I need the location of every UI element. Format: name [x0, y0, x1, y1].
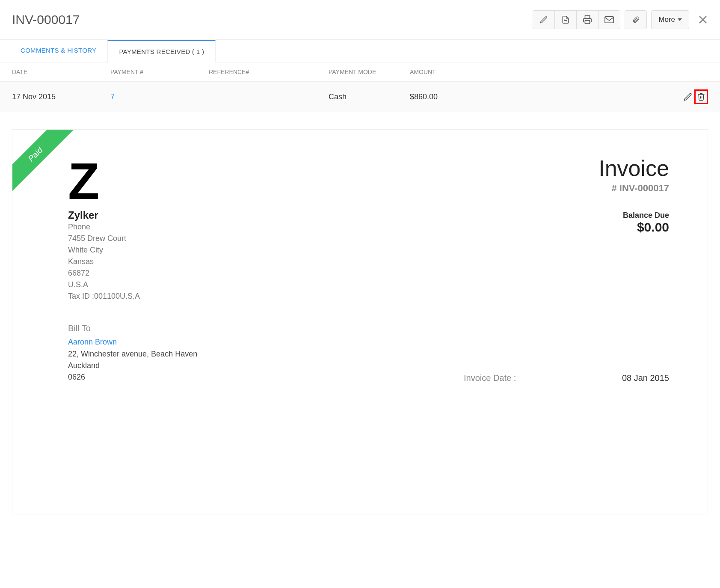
svg-rect-1 — [605, 17, 613, 23]
bill-to-zip: 0626 — [68, 371, 197, 383]
col-header-payment-no: PAYMENT # — [110, 68, 209, 75]
cell-payment-no[interactable]: 7 — [110, 92, 209, 101]
tabs: COMMENTS & HISTORY PAYMENTS RECEIVED ( 1… — [0, 40, 720, 62]
cell-date: 17 Nov 2015 — [12, 92, 110, 101]
caret-down-icon — [678, 18, 682, 21]
bill-to-addr1: 22, Winchester avenue, Beach Haven — [68, 348, 197, 360]
company-tax: Tax ID :001100U.S.A — [68, 291, 140, 302]
invoice-date-value: 08 Jan 2015 — [622, 373, 669, 383]
invoice-dates: Invoice Date : 08 Jan 2015 — [464, 369, 669, 383]
page-header: INV-000017 — [0, 0, 720, 40]
edit-payment-button[interactable] — [683, 92, 693, 101]
bill-to-name[interactable]: Aaronn Brown — [68, 338, 197, 347]
balance-due-label: Balance Due — [599, 211, 669, 220]
toolbar: More — [533, 10, 708, 29]
company-country: U.S.A — [68, 279, 140, 291]
tab-comments-history[interactable]: COMMENTS & HISTORY — [9, 40, 107, 62]
page-title: INV-000017 — [12, 12, 80, 27]
pencil-icon — [539, 15, 548, 24]
balance-due-value: $0.00 — [599, 220, 669, 235]
bill-to-city: Auckland — [68, 360, 197, 371]
col-header-date: DATE — [12, 68, 110, 75]
svg-rect-0 — [585, 21, 590, 24]
more-button[interactable]: More — [651, 10, 689, 29]
attachment-button[interactable] — [625, 10, 647, 29]
company-zip: 66872 — [68, 267, 140, 279]
more-label: More — [658, 15, 675, 24]
invoice-date-label: Invoice Date : — [464, 373, 516, 383]
print-icon — [583, 15, 592, 24]
close-icon — [698, 15, 708, 25]
col-header-reference: REFERENCE# — [209, 68, 329, 75]
company-city: White City — [68, 244, 140, 256]
company-addr1: 7455 Drew Court — [68, 233, 140, 244]
attachment-icon — [632, 15, 640, 24]
preview-canvas: Paid Z Zylker Phone 7455 Drew Court Whit… — [0, 112, 720, 532]
bill-to-block: Bill To Aaronn Brown 22, Winchester aven… — [68, 324, 197, 383]
table-header: DATE PAYMENT # REFERENCE# PAYMENT MODE A… — [0, 62, 720, 82]
delete-payment-button[interactable] — [697, 92, 705, 101]
cell-mode: Cash — [329, 92, 410, 101]
tab-payments-received[interactable]: PAYMENTS RECEIVED ( 1 ) — [107, 40, 216, 62]
close-button[interactable] — [698, 15, 708, 25]
invoice-meta: Invoice # INV-000017 Balance Due $0.00 — [599, 155, 669, 235]
row-actions — [513, 89, 708, 104]
pdf-button[interactable] — [554, 10, 577, 29]
invoice-paper: Paid Z Zylker Phone 7455 Drew Court Whit… — [12, 129, 708, 514]
col-header-mode: PAYMENT MODE — [329, 68, 410, 75]
print-button[interactable] — [576, 10, 599, 29]
paper-head: Z Zylker Phone 7455 Drew Court White Cit… — [68, 155, 669, 302]
table-row: 17 Nov 2015 7 Cash $860.00 — [0, 82, 720, 112]
company-phone: Phone — [68, 221, 140, 233]
invoice-heading: Invoice — [599, 155, 669, 181]
delete-highlight — [694, 89, 708, 104]
pencil-icon — [683, 92, 693, 101]
payments-table: DATE PAYMENT # REFERENCE# PAYMENT MODE A… — [0, 62, 720, 112]
pdf-icon — [561, 15, 570, 24]
col-header-amount: AMOUNT — [410, 68, 513, 75]
email-button[interactable] — [598, 10, 620, 29]
mail-icon — [604, 16, 614, 24]
paid-ribbon-label: Paid — [12, 130, 75, 194]
toolbar-group-main — [533, 10, 620, 29]
cell-amount: $860.00 — [410, 92, 513, 101]
edit-button[interactable] — [533, 10, 555, 29]
company-name: Zylker — [68, 209, 140, 221]
trash-icon — [697, 92, 705, 101]
paid-ribbon: Paid — [12, 130, 81, 198]
company-state: Kansas — [68, 256, 140, 267]
invoice-number: # INV-000017 — [599, 183, 669, 194]
bill-to-label: Bill To — [68, 324, 197, 333]
